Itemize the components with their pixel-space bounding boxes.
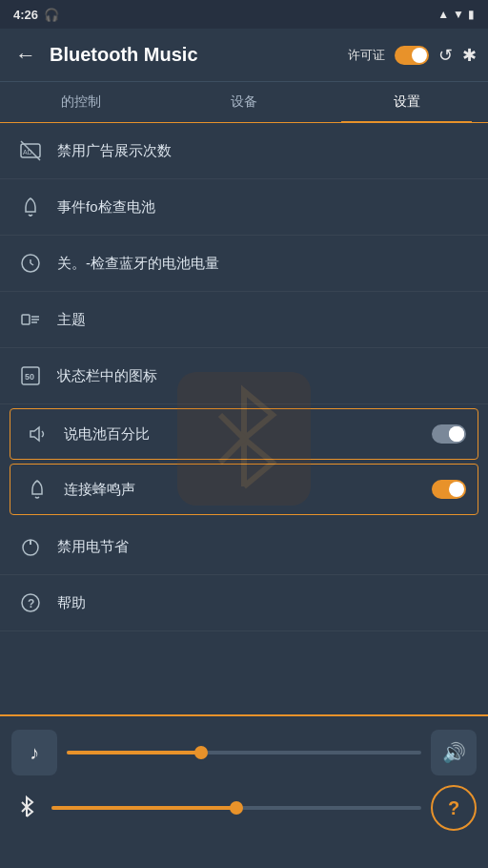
setting-theme-label: 主题 <box>57 311 473 329</box>
bt-slider-track <box>51 806 421 810</box>
statusbar-icon: 50 <box>15 361 46 391</box>
svg-marker-13 <box>30 427 39 441</box>
setting-connect-beep-label: 连接蜂鸣声 <box>64 481 432 499</box>
power-icon <box>15 531 46 562</box>
wifi-icon: ▼ <box>453 8 464 21</box>
setting-item-help[interactable]: ? 帮助 <box>0 575 488 631</box>
refresh-icon[interactable]: ↺ <box>438 45 453 66</box>
volume-slider-fill <box>67 751 201 754</box>
settings-list: AD 禁用广告展示次数 事件fo检查电池 关。-检查蓝牙的电池电量 <box>0 123 488 646</box>
setting-help-label: 帮助 <box>57 594 473 612</box>
bt-slider-container[interactable] <box>51 798 421 817</box>
status-right: ▲ ▼ ▮ <box>437 8 475 21</box>
bottom-player: ♪ 🔊 <box>0 715 488 868</box>
battery-percent-toggle[interactable] <box>432 424 466 444</box>
bt-slider-thumb[interactable] <box>230 801 243 815</box>
help-question-icon: ? <box>448 797 459 819</box>
setting-check-label: 关。-检查蓝牙的电池电量 <box>57 255 473 273</box>
status-bar: 4:26 🎧 ▲ ▼ ▮ <box>0 0 488 29</box>
setting-event-label: 事件fo检查电池 <box>57 198 473 217</box>
signal-icon: ▲ <box>437 8 449 21</box>
setting-item-bt-cache[interactable]: 蓝牙缓存清除 <box>0 631 488 646</box>
clock-icon <box>15 248 46 279</box>
theme-icon <box>15 304 46 335</box>
volume-slider-container[interactable] <box>67 743 421 762</box>
status-time: 4:26 <box>13 8 38 22</box>
svg-rect-7 <box>22 315 30 324</box>
volume-slider-thumb[interactable] <box>194 746 208 759</box>
headphone-icon: 🎧 <box>44 8 59 22</box>
setting-item-theme[interactable]: 主题 <box>0 292 488 348</box>
connect-beep-toggle[interactable] <box>432 480 466 499</box>
setting-battery-percent-label: 说电池百分比 <box>64 425 432 444</box>
tabs: 的控制 设备 设置 <box>0 82 488 123</box>
bt-row: ? <box>11 785 477 831</box>
header: ← Bluetooth Music 许可证 ↺ ✱ <box>0 29 488 82</box>
svg-text:?: ? <box>28 597 34 610</box>
wrench-icon <box>15 644 46 646</box>
header-actions: 许可证 ↺ ✱ <box>348 45 477 66</box>
music-note-button[interactable]: ♪ <box>11 730 57 775</box>
setting-statusbar-label: 状态栏中的图标 <box>57 367 473 385</box>
setting-item-power-save[interactable]: 禁用电节省 <box>0 519 488 575</box>
battery-icon: ▮ <box>468 8 475 21</box>
help-button[interactable]: ? <box>431 785 477 831</box>
permission-toggle[interactable] <box>395 46 429 65</box>
setting-item-event[interactable]: 事件fo检查电池 <box>0 179 488 236</box>
bluetooth-header-icon[interactable]: ✱ <box>462 45 477 66</box>
setting-ads-label: 禁用广告展示次数 <box>57 142 473 160</box>
permission-label: 许可证 <box>348 47 385 64</box>
music-note-icon: ♪ <box>30 742 39 764</box>
bt-row-icon <box>11 795 42 822</box>
tab-settings[interactable]: 设置 <box>325 82 488 122</box>
setting-item-connect-beep[interactable]: 连接蜂鸣声 <box>10 464 478 515</box>
volume-row: ♪ 🔊 <box>11 730 477 775</box>
back-button[interactable]: ← <box>11 39 40 72</box>
bt-slider-fill <box>51 806 236 810</box>
help-icon: ? <box>15 588 46 618</box>
svg-text:50: 50 <box>25 372 34 382</box>
volume-slider-track <box>67 751 421 754</box>
tab-devices[interactable]: 设备 <box>163 82 326 122</box>
svg-text:AD: AD <box>23 149 32 155</box>
status-left: 4:26 🎧 <box>13 8 59 22</box>
tab-controls[interactable]: 的控制 <box>0 82 163 122</box>
setting-item-battery-percent[interactable]: 说电池百分比 <box>10 408 478 460</box>
speaker-icon <box>22 419 52 449</box>
page-title: Bluetooth Music <box>50 44 348 66</box>
bell2-icon <box>22 474 52 505</box>
ads-icon: AD <box>15 135 46 166</box>
bell-icon <box>15 192 46 222</box>
svg-line-6 <box>30 263 33 265</box>
setting-power-save-label: 禁用电节省 <box>57 538 473 556</box>
setting-item-statusbar[interactable]: 50 状态栏中的图标 <box>0 348 488 404</box>
setting-item-ads[interactable]: AD 禁用广告展示次数 <box>0 123 488 179</box>
volume-button[interactable]: 🔊 <box>431 730 477 775</box>
setting-item-check[interactable]: 关。-检查蓝牙的电池电量 <box>0 236 488 292</box>
volume-icon: 🔊 <box>442 741 466 764</box>
